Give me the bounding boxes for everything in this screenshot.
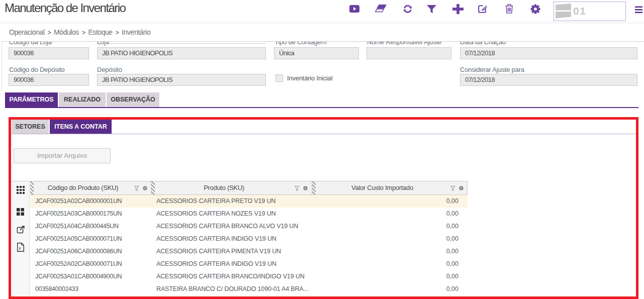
svg-text:x: x [19,246,21,251]
